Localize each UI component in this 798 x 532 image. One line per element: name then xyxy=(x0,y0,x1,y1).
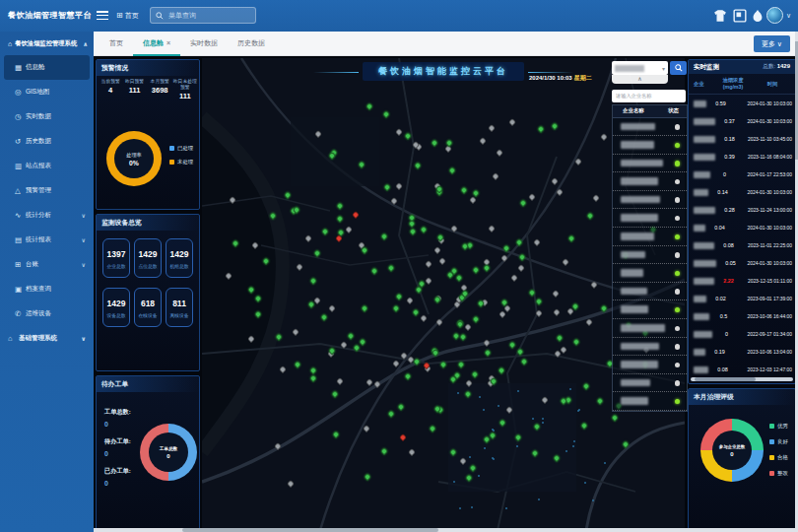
menu-toggle-icon[interactable] xyxy=(97,11,108,21)
theme-shirt-icon[interactable] xyxy=(713,9,727,23)
avatar-chevron-down-icon[interactable]: ∨ xyxy=(786,0,791,32)
device-card-设备总数[interactable]: 1429设备总数 xyxy=(102,288,130,327)
col-time: 时间 xyxy=(750,81,795,88)
sidebar-item-档案查询[interactable]: ▣档案查询 xyxy=(0,277,94,301)
breadcrumb-home[interactable]: 首页 xyxy=(125,12,139,19)
sidebar-item-统计报表[interactable]: ▤统计报表∨ xyxy=(0,228,94,252)
collapse-toggle[interactable]: ∧ xyxy=(612,75,668,84)
tab-历史数据[interactable]: 历史数据 xyxy=(228,32,275,56)
city-light xyxy=(459,507,461,509)
device-card-在线设备[interactable]: 618在线设备 xyxy=(134,288,162,327)
reading-time: 2023-12-03 12:47:00 xyxy=(737,367,795,372)
map-title-banner: 餐饮油烟智能监控云平台 xyxy=(363,62,524,81)
status-dot-online xyxy=(675,399,681,405)
sidebar-item-运维设备[interactable]: ✆运维设备 xyxy=(0,301,94,326)
reading-time: 2023-11-10 03:45:00 xyxy=(744,137,795,142)
company-row[interactable] xyxy=(613,300,687,319)
user-avatar[interactable] xyxy=(766,7,783,24)
scrollbar-thumb[interactable] xyxy=(695,377,756,381)
device-card-企业总数[interactable]: 1397企业总数 xyxy=(102,238,130,278)
realtime-row: 0.192023-10-06 13:04:00 xyxy=(689,343,795,361)
breadcrumb[interactable]: ⊞首页 xyxy=(116,0,139,32)
company-name-blurred xyxy=(621,343,659,351)
sidebar-item-站点报表[interactable]: ▥站点报表 xyxy=(0,154,94,178)
card-label: 点位总数 xyxy=(136,263,160,269)
page-horizontal-scrollbar[interactable] xyxy=(94,528,798,532)
status-dot-offline xyxy=(675,197,681,203)
company-row[interactable] xyxy=(613,191,687,210)
company-row[interactable] xyxy=(613,246,687,265)
company-row[interactable] xyxy=(613,338,687,357)
sidebar-item-台账[interactable]: ⊞台账∨ xyxy=(0,252,94,277)
device-panel: 监测设备总览 1397企业总数1429点位总数1429机组总数1429设备总数6… xyxy=(96,214,200,371)
legend-item[interactable]: 良好 xyxy=(769,438,788,445)
legend-item[interactable]: 优秀 xyxy=(769,423,788,430)
device-card-离线设备[interactable]: 811离线设备 xyxy=(166,288,193,327)
company-row[interactable] xyxy=(613,283,687,301)
sidebar-item-历史数据[interactable]: ↺历史数据 xyxy=(0,129,94,154)
company-row[interactable] xyxy=(613,392,687,411)
close-tab-icon[interactable]: × xyxy=(166,39,170,46)
scrollbar-thumb[interactable] xyxy=(182,528,438,532)
platform-logo: 餐饮油烟管理智慧平台 xyxy=(8,0,92,32)
sidebar-item-预警管理[interactable]: △预警管理 xyxy=(0,178,94,203)
tab-首页[interactable]: 首页 xyxy=(100,32,133,56)
company-name-blurred xyxy=(621,123,655,131)
reading-time: 2023-10-06 13:04:00 xyxy=(734,350,795,355)
company-search-button[interactable] xyxy=(670,61,687,75)
total-value: 1429 xyxy=(777,63,790,69)
realtime-row: 0.282023-11-24 13:00:00 xyxy=(689,201,795,219)
company-name-blurred xyxy=(694,189,708,196)
sidebar-item-基础管理系统[interactable]: ⌂基础管理系统∨ xyxy=(0,326,94,351)
menu-search-box[interactable] xyxy=(150,7,256,24)
company-row[interactable] xyxy=(613,374,687,393)
tab-实时数据[interactable]: 实时数据 xyxy=(180,32,228,56)
device-card-机组总数[interactable]: 1429机组总数 xyxy=(166,238,193,278)
company-row[interactable] xyxy=(613,228,687,246)
status-dot-offline xyxy=(675,124,681,130)
legend-item[interactable]: 合格 xyxy=(769,454,788,461)
legend-item[interactable]: 整改 xyxy=(769,470,788,477)
more-button[interactable]: 更多 ∨ xyxy=(754,35,790,52)
device-card-点位总数[interactable]: 1429点位总数 xyxy=(134,238,162,278)
company-row[interactable] xyxy=(613,155,687,173)
menu-search-input[interactable] xyxy=(166,11,245,20)
weekday-text: 星期二 xyxy=(574,75,592,81)
card-value: 1429 xyxy=(136,249,160,259)
realtime-title: 实时监测 xyxy=(694,63,719,72)
workorder-stat-value: 0 xyxy=(104,450,131,457)
company-row[interactable] xyxy=(613,356,687,374)
company-row[interactable] xyxy=(613,136,687,155)
realtime-h-scrollbar[interactable] xyxy=(691,377,793,381)
sidebar-section-header[interactable]: ⌂ 餐饮油烟监控管理系统 ∧ xyxy=(0,32,94,55)
tab-bar: 首页信息舱×实时数据历史数据 更多 ∨ xyxy=(94,32,798,56)
reading-time: 2023-10-06 16:44:00 xyxy=(738,314,795,319)
tab-label: 历史数据 xyxy=(237,39,265,46)
status-dot-offline xyxy=(675,216,681,222)
layout-icon[interactable] xyxy=(733,9,747,23)
sidebar-item-实时数据[interactable]: ◷实时数据 xyxy=(0,104,94,129)
concentration-value: 0.5 xyxy=(709,313,738,319)
sidebar-item-统计分析[interactable]: ∿统计分析∨ xyxy=(0,203,94,228)
tab-信息舱[interactable]: 信息舱× xyxy=(133,32,180,56)
card-label: 在线设备 xyxy=(136,312,160,318)
company-row[interactable] xyxy=(613,172,687,191)
legend-item[interactable]: 已处理 xyxy=(169,145,193,152)
company-list-header: 企业名称 状态 xyxy=(613,105,687,118)
select-caret-down-icon: ▾ xyxy=(662,65,665,72)
alarm-rate-donut: 处理率0% xyxy=(106,131,162,186)
company-name-blurred xyxy=(621,160,663,167)
company-row[interactable] xyxy=(613,319,687,338)
sidebar-item-GIS地图[interactable]: ◎GIS地图 xyxy=(0,80,94,104)
legend-item[interactable]: 未处理 xyxy=(169,159,193,166)
alarm-stat-value: 4 xyxy=(99,86,122,95)
flame-icon[interactable] xyxy=(751,9,765,23)
company-row[interactable] xyxy=(613,209,687,228)
region-select[interactable]: ▾ xyxy=(612,61,668,75)
company-row[interactable] xyxy=(613,264,687,283)
company-name-input[interactable] xyxy=(612,90,686,102)
card-value: 1429 xyxy=(104,299,128,308)
company-row[interactable] xyxy=(613,118,687,137)
档案查询-icon: ▣ xyxy=(15,285,26,294)
sidebar-item-信息舱[interactable]: ▦信息舱 xyxy=(4,55,90,80)
